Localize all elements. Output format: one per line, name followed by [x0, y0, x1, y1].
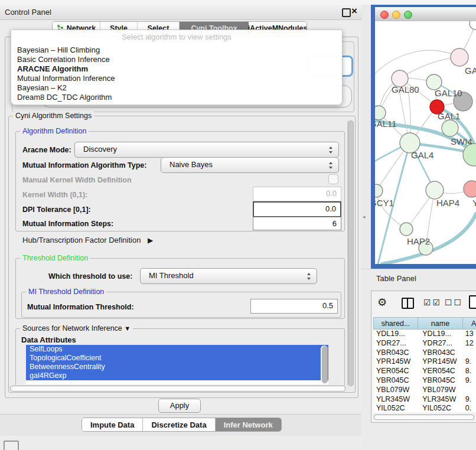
table-cell[interactable]: YBR043C [373, 348, 419, 358]
table-cell[interactable]: YPR145W [419, 357, 463, 367]
apply-button[interactable]: Apply [158, 399, 201, 413]
zoom-traffic-light[interactable] [404, 11, 412, 19]
close-traffic-light[interactable] [380, 11, 389, 19]
table-cell[interactable]: YBR045C [419, 376, 463, 386]
table-cell[interactable]: YDL19... [419, 330, 463, 339]
network-node[interactable] [375, 106, 386, 120]
mi-steps-field[interactable]: 6 [253, 217, 341, 230]
mi-threshold-field[interactable]: 0.5 [250, 299, 338, 314]
network-node[interactable] [464, 181, 476, 197]
node-label: Y [472, 198, 476, 208]
aracne-mode-combobox[interactable]: Discovery [74, 142, 339, 158]
list-scrollbar-thumb[interactable] [322, 346, 328, 383]
which-threshold-combobox[interactable]: MI Threshold [140, 268, 317, 284]
network-node[interactable] [451, 48, 468, 66]
gear-icon[interactable]: ⚙ [377, 296, 387, 308]
table-cell[interactable]: 9. [464, 376, 476, 386]
popup-item-selected[interactable]: ARACNE Algorithm [17, 64, 336, 74]
table-cell[interactable]: 8. [464, 367, 476, 376]
table-cell[interactable] [464, 348, 476, 358]
table-cell[interactable]: 9. [464, 357, 476, 367]
float-window-icon[interactable] [342, 8, 351, 17]
network-node[interactable] [400, 223, 413, 236]
table-row[interactable]: YIL052CYIL052C0. [373, 404, 476, 412]
split-columns-icon[interactable] [402, 298, 414, 309]
table-cell[interactable]: YPR145W [373, 357, 419, 367]
table-cell[interactable]: YDR27... [373, 339, 419, 348]
sources-title-row[interactable]: Sources for Network Inference ▼ [20, 324, 133, 332]
table-cell[interactable]: YER054C [373, 367, 419, 376]
network-edge[interactable] [375, 50, 459, 77]
close-icon[interactable]: × [351, 5, 357, 17]
tab-infer-network[interactable]: Infer Network [216, 418, 281, 431]
deselect-all-checks-icon[interactable]: ☐☐ [445, 298, 463, 307]
hub-definition-label: Hub/Transcription Factor Definition [22, 236, 141, 244]
table-row[interactable]: YLR345WYLR345W9. [373, 395, 476, 405]
table-cell[interactable]: 9. [464, 395, 476, 405]
table-cell[interactable]: YDR27... [419, 339, 463, 348]
network-canvas[interactable]: GALGAL80GAL10GAL1GAL11SWI4GAL4GCY1HAP4YH… [375, 21, 476, 264]
table-row[interactable]: YER054CYER054C8. [373, 367, 476, 376]
threshold-definition-title: Threshold Definition [20, 254, 90, 262]
table-cell[interactable]: YIL052C [373, 404, 419, 412]
table-cell[interactable]: YER054C [419, 367, 463, 376]
select-all-checks-icon[interactable]: ☑☑ [423, 298, 442, 307]
collapsed-panel-icon[interactable] [4, 441, 19, 450]
table-row[interactable]: YBR043CYBR043C [373, 348, 476, 358]
mi-type-combobox[interactable]: Naive Bayes [161, 157, 339, 173]
popup-item[interactable]: Basic Correlation Inference [17, 55, 336, 64]
list-item[interactable]: TopologicalCoefficient [26, 354, 328, 363]
network-window-titlebar[interactable] [375, 7, 476, 22]
table-cell[interactable]: YDL19... [373, 330, 419, 339]
table-row[interactable]: YBL079WYBL079W [373, 386, 476, 395]
hub-definition-expander[interactable]: Hub/Transcription Factor Definition ▶ [22, 236, 153, 244]
popup-item[interactable]: Dream8 DC_TDC Algorithm [17, 93, 336, 102]
list-item[interactable]: BetweennessCentrality [26, 363, 328, 371]
screen: Control Panel × Network Style Select [0, 0, 476, 450]
table-cell[interactable]: YBR043C [419, 348, 463, 358]
table-cell[interactable]: YBL079W [419, 386, 463, 395]
table-cell[interactable] [464, 386, 476, 395]
table-cell[interactable]: 12 [464, 339, 476, 348]
settings-scrollbar-thumb[interactable] [348, 120, 354, 386]
panel-divider[interactable] [361, 5, 371, 269]
tab-discretize-data[interactable]: Discretize Data [143, 418, 215, 431]
hscrollbar-thumb[interactable] [10, 386, 345, 392]
popup-item[interactable]: Bayesian – K2 [17, 83, 336, 93]
tab-impute-data[interactable]: Impute Data [82, 418, 143, 431]
network-node[interactable] [470, 21, 476, 30]
popup-item[interactable]: Bayesian – Hill Climbing [17, 45, 336, 55]
popup-item[interactable]: Mutual Information Inference [17, 74, 336, 83]
table-cell[interactable]: YLR345W [419, 395, 463, 405]
table-hscrollbar-thumb[interactable] [374, 415, 474, 420]
table-row[interactable]: YPR145WYPR145W9. [373, 357, 476, 367]
table-panel-title: Table Panel [376, 274, 416, 283]
manual-kernel-checkbox[interactable] [328, 174, 338, 184]
network-node[interactable] [442, 120, 458, 136]
column-header[interactable]: shared... [373, 317, 418, 330]
table-cell[interactable]: YLR345W [373, 395, 419, 405]
column-header[interactable]: A [463, 317, 476, 330]
kernel-width-field[interactable]: 0.0 [253, 187, 341, 201]
table-cell[interactable]: YBR045C [373, 376, 419, 386]
new-table-icon[interactable] [469, 295, 476, 309]
network-node[interactable] [375, 184, 383, 197]
network-node[interactable] [426, 181, 444, 199]
divider-collapse-icon[interactable]: ◂ [363, 214, 366, 220]
list-item[interactable]: SelfLoops [26, 345, 328, 354]
node-label: GCY1 [375, 198, 394, 208]
list-item[interactable]: gal4RGexp [26, 371, 328, 380]
node-label: GAL [465, 66, 476, 76]
column-header[interactable]: name [418, 317, 463, 330]
split-divider [407, 299, 408, 308]
table-cell[interactable]: 13 [464, 330, 476, 339]
table-row[interactable]: YDR27...YDR27...12 [373, 339, 476, 348]
table-row[interactable]: YDL19...YDL19...13 [373, 330, 476, 339]
dpi-tolerance-field[interactable]: 0.0 [253, 201, 341, 217]
table-row[interactable]: YBR045CYBR045C9. [373, 376, 476, 386]
table-cell[interactable]: 0. [464, 404, 476, 412]
sources-title: Sources for Network Inference [22, 324, 122, 332]
table-cell[interactable]: YBL079W [373, 386, 419, 395]
table-cell[interactable]: YIL052C [419, 404, 463, 412]
minimize-traffic-light[interactable] [392, 11, 400, 19]
